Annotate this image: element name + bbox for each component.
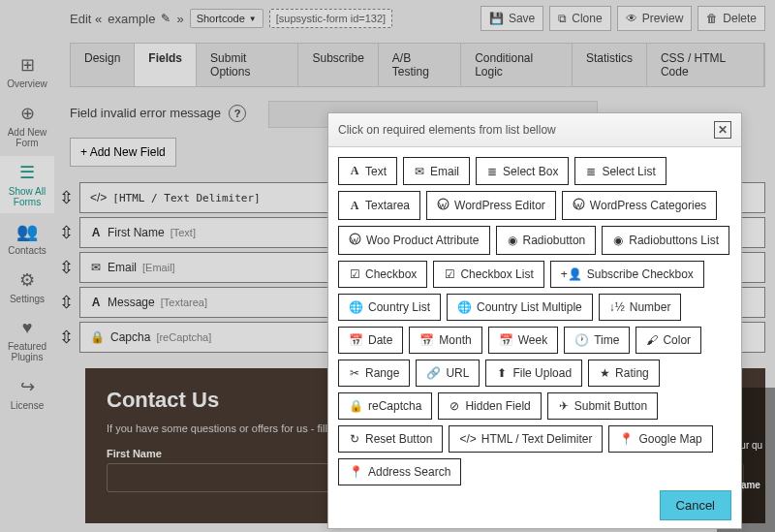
lock-icon: 🔒 <box>349 399 363 413</box>
field-type-textarea[interactable]: ATextarea <box>338 191 420 220</box>
A-icon: A <box>349 164 360 178</box>
cal-icon: 📅 <box>349 333 363 347</box>
cal-icon: 📅 <box>499 333 513 347</box>
check-icon: ☑ <box>444 267 455 281</box>
dot-icon: ◉ <box>507 234 518 247</box>
field-type-radiobutton[interactable]: ◉Radiobutton <box>496 226 597 255</box>
field-type-range[interactable]: ✂Range <box>338 360 410 387</box>
wp-icon <box>349 233 361 248</box>
field-type-week[interactable]: 📅Week <box>488 327 558 354</box>
field-type-html-text-delimiter[interactable]: </>HTML / Text Delimiter <box>449 425 603 453</box>
field-type-email[interactable]: ✉Email <box>403 157 470 185</box>
mail-icon: ✉ <box>414 165 425 178</box>
send-icon: ✈ <box>558 399 570 413</box>
pin-icon: 📍 <box>619 432 634 446</box>
check-icon: ☑ <box>349 267 360 281</box>
dot-icon: ◉ <box>612 234 624 247</box>
wp-icon <box>437 198 450 213</box>
brush-icon: 🖌 <box>646 333 658 347</box>
field-type-number[interactable]: ↓½Number <box>599 294 682 321</box>
field-type-wordpress-editor[interactable]: WordPress Editor <box>426 191 556 220</box>
clock-icon: 🕐 <box>574 333 589 347</box>
star-icon: ★ <box>599 366 610 380</box>
wp-icon <box>573 198 585 213</box>
code-icon: </> <box>459 432 476 446</box>
field-type-woo-product-attribute[interactable]: Woo Product Attribute <box>338 226 490 255</box>
field-type-url[interactable]: 🔗URL <box>416 360 480 387</box>
field-type-wordpress-categories[interactable]: WordPress Categories <box>562 191 718 220</box>
field-type-submit-button[interactable]: ✈Submit Button <box>547 392 658 420</box>
field-type-checkbox-list[interactable]: ☑Checkbox List <box>433 261 543 288</box>
field-picker-modal: Click on required elements from list bel… <box>327 112 742 529</box>
cancel-button[interactable]: Cancel <box>660 490 731 520</box>
field-type-select-list[interactable]: ≣Select List <box>574 157 666 185</box>
field-type-color[interactable]: 🖌Color <box>636 327 701 354</box>
list-icon: ≣ <box>585 165 597 178</box>
field-type-subscribe-checkbox[interactable]: +👤Subscribe Checkbox <box>550 261 704 288</box>
field-type-reset-button[interactable]: ↻Reset Button <box>338 425 443 453</box>
refresh-icon: ↻ <box>349 432 360 446</box>
link-icon: 🔗 <box>426 366 441 380</box>
field-type-country-list[interactable]: 🌐Country List <box>338 294 441 321</box>
field-type-recaptcha[interactable]: 🔒reCaptcha <box>338 392 432 420</box>
globe-icon: 🌐 <box>457 300 472 314</box>
field-type-date[interactable]: 📅Date <box>338 327 403 354</box>
field-type-text[interactable]: AText <box>338 157 397 185</box>
field-type-time[interactable]: 🕐Time <box>564 327 630 354</box>
eyeoff-icon: ⊘ <box>449 399 460 413</box>
A-icon: A <box>349 199 360 213</box>
upload-icon: ⬆ <box>496 366 508 380</box>
field-type-address-search[interactable]: 📍Address Search <box>338 458 461 485</box>
field-type-file-upload[interactable]: ⬆File Upload <box>485 360 582 387</box>
pin-icon: 📍 <box>349 465 363 479</box>
list-icon: ≣ <box>486 165 498 178</box>
cal-icon: 📅 <box>419 333 434 347</box>
field-type-google-map[interactable]: 📍Google Map <box>608 425 712 453</box>
field-type-hidden-field[interactable]: ⊘Hidden Field <box>438 392 541 420</box>
field-type-rating[interactable]: ★Rating <box>588 360 660 387</box>
field-type-select-box[interactable]: ≣Select Box <box>476 157 569 185</box>
globe-icon: 🌐 <box>349 300 363 314</box>
field-type-radiobuttons-list[interactable]: ◉Radiobuttons List <box>602 226 729 255</box>
num-icon: ↓½ <box>609 300 625 314</box>
field-type-month[interactable]: 📅Month <box>409 327 481 354</box>
modal-title: Click on required elements from list bel… <box>338 123 714 137</box>
field-type-checkbox[interactable]: ☑Checkbox <box>338 261 427 288</box>
close-icon[interactable]: ✕ <box>714 121 731 139</box>
range-icon: ✂ <box>349 366 360 380</box>
field-type-country-list-multiple[interactable]: 🌐Country List Multiple <box>447 294 593 321</box>
user-icon: +👤 <box>561 267 582 281</box>
